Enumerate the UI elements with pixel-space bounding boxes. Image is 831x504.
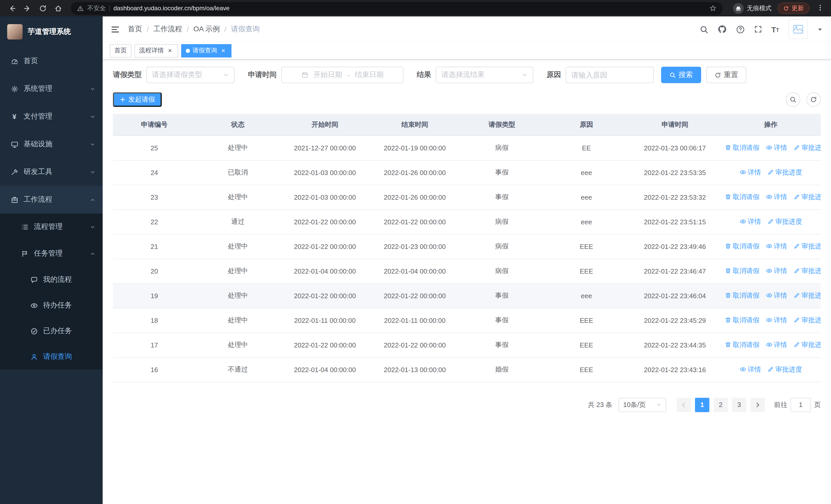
detail-action-link[interactable]: 详情 bbox=[766, 291, 787, 300]
action-label: 详情 bbox=[774, 266, 787, 276]
cell-id: 22 bbox=[113, 209, 196, 234]
fullscreen-icon[interactable] bbox=[754, 25, 762, 33]
search-icon[interactable] bbox=[699, 25, 708, 34]
browser-home-button[interactable] bbox=[51, 2, 65, 15]
cell-start: 2022-01-11 00:00:00 bbox=[280, 308, 370, 333]
cancel-action-link[interactable]: 取消请假 bbox=[724, 143, 760, 152]
cell-type: 事假 bbox=[460, 185, 544, 209]
sidebar-item-label: 研发工具 bbox=[24, 167, 85, 177]
cell-applied: 2022-01-22 23:46:47 bbox=[629, 259, 721, 283]
browser-update-button[interactable]: 更新 bbox=[778, 3, 809, 14]
browser-reload-button[interactable] bbox=[36, 2, 49, 15]
table-toolbar: 发起请假 bbox=[113, 92, 821, 107]
sidebar-item-task[interactable]: 任务管理 bbox=[0, 240, 103, 267]
yen-icon: ¥ bbox=[10, 112, 19, 121]
cell-start: 2022-01-04 00:00:00 bbox=[280, 259, 370, 283]
progress-action-link[interactable]: 审批进度 bbox=[793, 242, 821, 251]
cancel-action-link[interactable]: 取消请假 bbox=[724, 316, 760, 325]
close-icon[interactable]: × bbox=[166, 47, 173, 54]
progress-action-link[interactable]: 审批进度 bbox=[793, 316, 821, 325]
cancel-action-link[interactable]: 取消请假 bbox=[724, 266, 760, 276]
edit-icon bbox=[767, 218, 774, 225]
chevron-up-icon bbox=[90, 251, 95, 256]
progress-action-link[interactable]: 审批进度 bbox=[793, 340, 821, 350]
detail-action-link[interactable]: 详情 bbox=[740, 168, 761, 177]
progress-action-link[interactable]: 审批进度 bbox=[767, 217, 802, 226]
github-icon[interactable] bbox=[717, 25, 726, 34]
detail-action-link[interactable]: 详情 bbox=[766, 192, 787, 202]
detail-action-link[interactable]: 详情 bbox=[740, 365, 761, 374]
progress-action-link[interactable]: 审批进度 bbox=[767, 365, 802, 374]
close-icon[interactable]: × bbox=[220, 47, 227, 54]
detail-action-link[interactable]: 详情 bbox=[766, 143, 787, 152]
progress-action-link[interactable]: 审批进度 bbox=[793, 143, 821, 152]
cancel-action-link[interactable]: 取消请假 bbox=[724, 192, 760, 202]
page-content: 请假类型 请选择请假类型 申请时间 开始日期 - 结束日期 bbox=[103, 60, 831, 504]
font-size-icon[interactable]: TT bbox=[771, 25, 779, 33]
browser-back-button[interactable] bbox=[5, 2, 19, 15]
page-button[interactable]: 3 bbox=[732, 397, 746, 412]
page-button[interactable]: 2 bbox=[713, 397, 728, 412]
detail-action-link[interactable]: 详情 bbox=[766, 242, 787, 251]
page-button[interactable]: 1 bbox=[695, 397, 709, 412]
cancel-action-link[interactable]: 取消请假 bbox=[724, 291, 760, 300]
toggle-search-button[interactable] bbox=[786, 92, 800, 107]
prev-page-button[interactable] bbox=[677, 397, 691, 412]
edit-icon bbox=[793, 268, 800, 274]
search-button[interactable]: 搜索 bbox=[661, 67, 701, 83]
address-bar[interactable]: 不安全 dashboard.yudao.iocoder.cn/bpm/oa/le… bbox=[71, 2, 723, 14]
sidebar-item-finished[interactable]: 已办任务 bbox=[0, 318, 103, 344]
chevron-down-icon bbox=[90, 169, 95, 175]
breadcrumb-item[interactable]: 工作流程 bbox=[153, 25, 182, 34]
cancel-action-link[interactable]: 取消请假 bbox=[724, 340, 760, 350]
sidebar-item-eye[interactable]: 待办任务 bbox=[0, 293, 103, 318]
chevron-down-icon[interactable] bbox=[817, 26, 823, 32]
sidebar-item-dashboard[interactable]: 首页 bbox=[0, 47, 103, 75]
cell-status: 处理中 bbox=[196, 234, 280, 259]
chevron-down-icon bbox=[521, 72, 528, 78]
sidebar-item-infrastructure[interactable]: 基础设施 bbox=[0, 130, 103, 158]
sidebar-item-user[interactable]: 请假查询 bbox=[0, 344, 103, 369]
progress-action-link[interactable]: 审批进度 bbox=[793, 291, 821, 300]
view-tab[interactable]: 请假查询× bbox=[181, 44, 231, 57]
app-logo[interactable]: 芋道管理系统 bbox=[0, 17, 103, 47]
refresh-table-button[interactable] bbox=[806, 92, 821, 107]
cell-end: 2022-01-22 00:00:00 bbox=[370, 209, 460, 234]
bookmark-star-icon[interactable] bbox=[709, 5, 717, 12]
page-size-select[interactable]: 10条/页 bbox=[619, 397, 666, 412]
view-tab[interactable]: 首页 bbox=[110, 44, 132, 57]
result-select[interactable]: 请选择流结果 bbox=[436, 67, 533, 83]
progress-action-link[interactable]: 审批进度 bbox=[793, 266, 821, 276]
sidebar-item-gear[interactable]: 系统管理 bbox=[0, 75, 103, 102]
progress-action-link[interactable]: 审批进度 bbox=[793, 192, 821, 202]
create-leave-button[interactable]: 发起请假 bbox=[113, 92, 162, 107]
user-avatar[interactable] bbox=[789, 20, 808, 39]
search-icon bbox=[790, 96, 797, 103]
sidebar-item-process[interactable]: 流程管理 bbox=[0, 213, 103, 240]
detail-action-link[interactable]: 详情 bbox=[740, 217, 761, 226]
view-tab[interactable]: 流程详情× bbox=[135, 44, 178, 57]
breadcrumb-item[interactable]: 首页 bbox=[128, 25, 142, 34]
next-page-button[interactable] bbox=[750, 397, 765, 412]
action-label: 取消请假 bbox=[733, 316, 760, 325]
goto-page-input[interactable] bbox=[791, 397, 811, 412]
detail-action-link[interactable]: 详情 bbox=[766, 340, 787, 350]
detail-action-link[interactable]: 详情 bbox=[766, 266, 787, 276]
reason-input[interactable] bbox=[566, 67, 654, 83]
cancel-action-link[interactable]: 取消请假 bbox=[724, 242, 760, 251]
sidebar-item-yen[interactable]: ¥支付管理 bbox=[0, 102, 103, 130]
date-range-picker[interactable]: 开始日期 - 结束日期 bbox=[281, 67, 403, 83]
sidebar-item-workflow[interactable]: 工作流程 bbox=[0, 186, 103, 213]
reset-button[interactable]: 重置 bbox=[706, 67, 746, 83]
browser-forward-button[interactable] bbox=[21, 2, 34, 15]
progress-action-link[interactable]: 审批进度 bbox=[767, 168, 802, 177]
detail-action-link[interactable]: 详情 bbox=[766, 316, 787, 325]
leave-type-select[interactable]: 请选择请假类型 bbox=[146, 67, 235, 83]
breadcrumb-item[interactable]: OA 示例 bbox=[194, 25, 220, 34]
sidebar-item-chat[interactable]: 我的流程 bbox=[0, 267, 103, 293]
sidebar-item-devtools[interactable]: 研发工具 bbox=[0, 158, 103, 186]
pagination: 共 23 条 10条/页 123 前往 页 bbox=[113, 397, 821, 412]
help-icon[interactable] bbox=[736, 25, 745, 34]
hamburger-icon[interactable] bbox=[111, 25, 120, 34]
browser-menu-button[interactable] bbox=[814, 4, 826, 12]
